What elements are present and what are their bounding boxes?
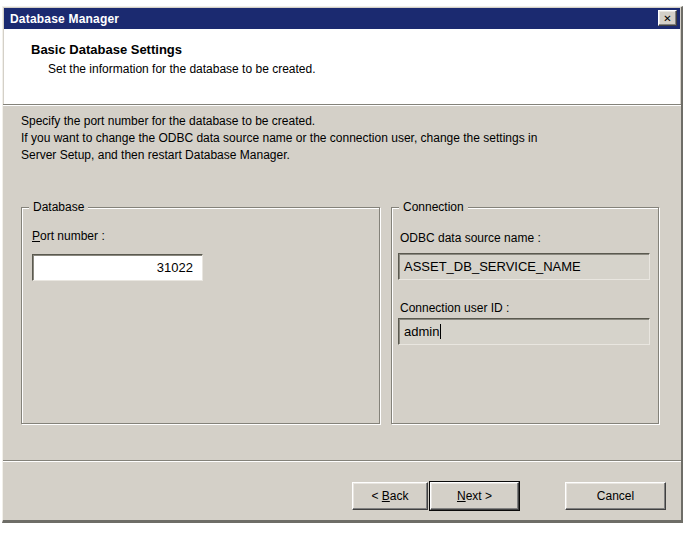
instructions-line-2: If you want to change the ODBC data sour… xyxy=(21,130,661,147)
instructions-line-1: Specify the port number for the database… xyxy=(21,113,661,130)
page-subtitle: Set the information for the database to … xyxy=(48,62,316,76)
dialog-window: Database Manager ✕ Basic Database Settin… xyxy=(2,6,683,523)
connection-groupbox: Connection ODBC data source name : ASSET… xyxy=(391,207,659,424)
odbc-source-value: ASSET_DB_SERVICE_NAME xyxy=(404,259,581,274)
next-button[interactable]: Next > xyxy=(430,482,519,510)
header-separator xyxy=(3,104,681,106)
database-groupbox: Database Port number : 31022 xyxy=(21,207,380,424)
connection-groupbox-legend: Connection xyxy=(399,200,468,214)
odbc-source-field: ASSET_DB_SERVICE_NAME xyxy=(398,253,650,280)
connection-user-value: admin xyxy=(404,324,439,339)
cancel-button[interactable]: Cancel xyxy=(565,482,666,510)
connection-user-label: Connection user ID : xyxy=(400,301,509,315)
instructions-text: Specify the port number for the database… xyxy=(21,113,661,164)
port-number-label: Port number : xyxy=(32,229,105,243)
title-bar[interactable]: Database Manager ✕ xyxy=(4,8,680,29)
connection-user-input[interactable]: admin xyxy=(398,318,650,345)
wizard-header: Basic Database Settings Set the informat… xyxy=(4,29,680,104)
window-title: Database Manager xyxy=(10,12,119,26)
page-title: Basic Database Settings xyxy=(31,42,182,57)
database-groupbox-legend: Database xyxy=(29,200,88,214)
port-number-value: 31022 xyxy=(157,260,193,275)
close-icon: ✕ xyxy=(663,13,671,24)
instructions-line-3: Server Setup, and then restart Database … xyxy=(21,147,661,164)
footer-separator xyxy=(3,460,681,462)
text-cursor xyxy=(440,324,441,339)
close-button[interactable]: ✕ xyxy=(658,10,677,26)
odbc-source-label: ODBC data source name : xyxy=(400,231,541,245)
port-number-input[interactable]: 31022 xyxy=(32,254,203,281)
back-button[interactable]: < Back xyxy=(352,482,428,510)
